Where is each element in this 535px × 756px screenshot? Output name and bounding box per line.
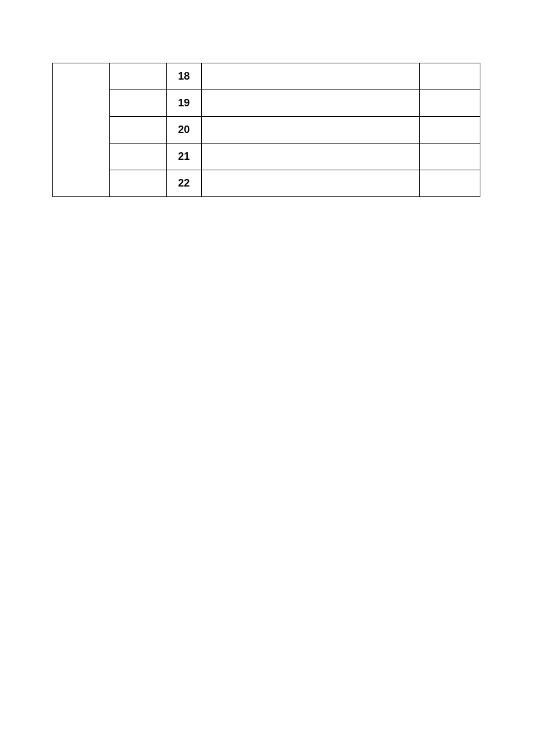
table-cell bbox=[420, 90, 480, 117]
table-cell-number: 22 bbox=[166, 170, 201, 197]
table-cell-number: 18 bbox=[166, 63, 201, 90]
table-row: 21 bbox=[53, 144, 480, 170]
table-cell bbox=[201, 170, 419, 197]
table-cell bbox=[201, 117, 419, 144]
table-cell-merged bbox=[53, 63, 110, 197]
table-cell bbox=[109, 170, 166, 197]
table-cell-number: 20 bbox=[166, 117, 201, 144]
table-cell bbox=[201, 63, 419, 90]
table-cell-number: 19 bbox=[166, 90, 201, 117]
table-row: 22 bbox=[53, 170, 480, 197]
table-row: 20 bbox=[53, 117, 480, 144]
table-row: 19 bbox=[53, 90, 480, 117]
table-cell bbox=[201, 90, 419, 117]
document-table: 18 19 20 21 22 bbox=[52, 63, 480, 197]
table-cell bbox=[109, 90, 166, 117]
table-cell bbox=[109, 144, 166, 170]
table-cell bbox=[420, 170, 480, 197]
table-cell-number: 21 bbox=[166, 144, 201, 170]
table-cell bbox=[420, 117, 480, 144]
table-cell bbox=[420, 63, 480, 90]
table-row: 18 bbox=[53, 63, 480, 90]
table-cell bbox=[201, 144, 419, 170]
table-cell bbox=[420, 144, 480, 170]
table-cell bbox=[109, 117, 166, 144]
table-cell bbox=[109, 63, 166, 90]
